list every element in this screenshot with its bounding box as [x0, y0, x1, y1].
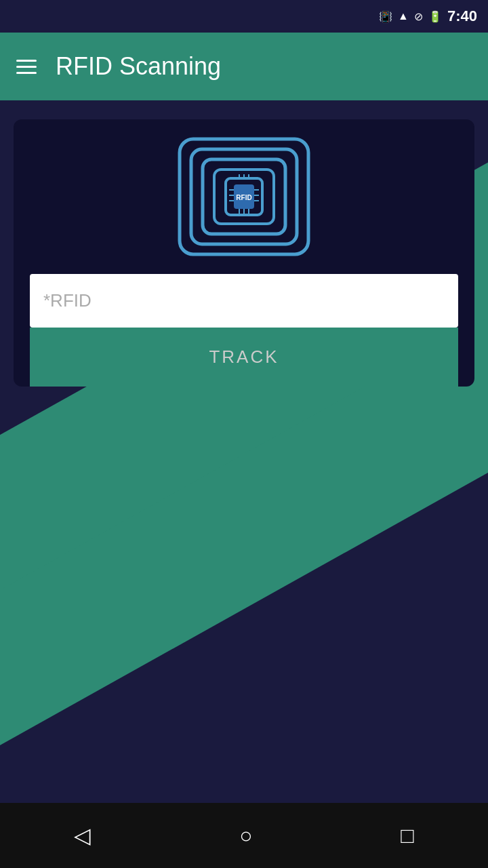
wifi-icon: ▲ — [398, 10, 409, 22]
rfid-input[interactable] — [43, 290, 445, 311]
signal-icon: ⊘ — [414, 10, 423, 23]
page-title: RFID Scanning — [56, 52, 221, 81]
main-content: RFID — [0, 100, 488, 803]
status-bar: 📳 ▲ ⊘ 🔋 7:40 — [0, 0, 488, 33]
rfid-icon: RFID — [176, 136, 312, 258]
rfid-input-container — [30, 274, 458, 328]
track-button[interactable]: TRACK — [30, 328, 458, 387]
battery-icon: 🔋 — [428, 10, 442, 23]
back-button[interactable]: ◁ — [74, 823, 91, 848]
menu-button[interactable] — [16, 60, 37, 74]
status-time: 7:40 — [447, 7, 477, 25]
recent-button[interactable]: □ — [401, 823, 413, 848]
app-bar: RFID Scanning — [0, 33, 488, 100]
svg-text:RFID: RFID — [236, 194, 251, 201]
home-button[interactable]: ○ — [239, 823, 252, 848]
rfid-card: RFID — [14, 119, 474, 387]
vibrate-icon: 📳 — [379, 10, 392, 23]
rfid-icon-container: RFID — [30, 136, 458, 258]
nav-bar: ◁ ○ □ — [0, 803, 488, 868]
